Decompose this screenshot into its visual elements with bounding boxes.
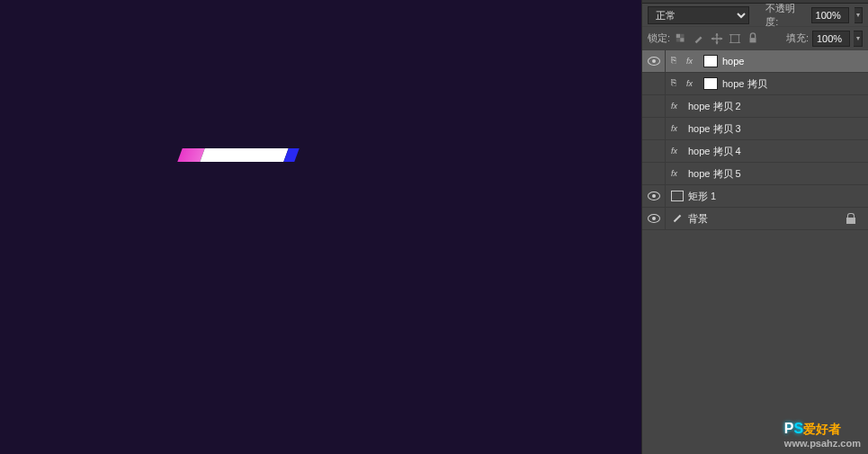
visibility-toggle[interactable] — [642, 118, 666, 139]
layer-name: hope 拷贝 5 — [688, 167, 741, 181]
layer-name: 背景 — [688, 212, 708, 226]
fill-value[interactable]: 100% — [812, 31, 850, 47]
visibility-toggle[interactable] — [642, 73, 666, 94]
lock-fill-row: 锁定: 填充: 100% ▾ — [642, 27, 868, 50]
fill-label: 填充: — [786, 31, 809, 45]
svg-rect-9 — [750, 38, 756, 42]
opacity-value[interactable]: 100% — [811, 7, 849, 23]
visibility-toggle[interactable] — [642, 185, 666, 207]
link-icon: ⎘ — [671, 77, 682, 90]
link-icon: ⎘ — [671, 55, 682, 67]
layers-panel: 正常 不透明度: 100% ▾ 锁定: 填充: 100% ▾ ⎘ hope — [641, 0, 868, 454]
fx-icon — [671, 100, 684, 112]
opacity-label: 不透明度: — [765, 2, 805, 29]
eye-icon — [648, 57, 660, 66]
blend-opacity-row: 正常 不透明度: 100% ▾ — [642, 4, 868, 27]
layer-name: hope — [722, 56, 744, 67]
visibility-toggle[interactable] — [642, 50, 666, 72]
fill-chevron-icon[interactable]: ▾ — [854, 31, 863, 47]
layer-name: hope 拷贝 2 — [688, 100, 741, 113]
opacity-chevron-icon[interactable]: ▾ — [855, 7, 863, 23]
lock-label: 锁定: — [648, 31, 670, 45]
fx-icon — [686, 55, 699, 67]
svg-rect-2 — [680, 33, 684, 37]
visibility-toggle[interactable] — [642, 140, 666, 162]
layer-name: hope 拷贝 — [722, 77, 767, 91]
svg-rect-1 — [680, 38, 684, 41]
visibility-toggle[interactable] — [642, 95, 666, 117]
fx-icon — [671, 122, 684, 135]
eye-icon — [648, 214, 660, 223]
svg-rect-0 — [676, 33, 680, 37]
fx-icon — [686, 77, 699, 90]
mask-thumb — [703, 77, 718, 90]
mask-thumb — [703, 55, 718, 67]
layer-name: hope 拷贝 4 — [688, 145, 741, 158]
shape-icon — [671, 191, 684, 201]
svg-rect-4 — [731, 34, 739, 42]
layer-row[interactable]: hope 拷贝 2 — [642, 95, 868, 118]
blend-mode-select[interactable]: 正常 — [648, 6, 749, 24]
canvas-area[interactable] — [0, 0, 641, 454]
layer-row[interactable]: 矩形 1 — [642, 185, 868, 208]
lock-icon — [846, 213, 855, 224]
canvas-graphic — [177, 148, 299, 162]
lock-artboard-icon[interactable] — [728, 31, 742, 46]
layer-row[interactable]: 背景 — [642, 208, 868, 230]
layer-row[interactable]: ⎘ hope 拷贝 — [642, 73, 868, 95]
fx-icon — [671, 145, 684, 157]
layer-row[interactable]: hope 拷贝 5 — [642, 163, 868, 185]
layer-row[interactable]: hope 拷贝 4 — [642, 140, 868, 163]
layers-list: ⎘ hope ⎘ hope 拷贝 hope 拷贝 2 — [642, 50, 868, 454]
layer-row[interactable]: hope 拷贝 3 — [642, 118, 868, 140]
lock-all-icon[interactable] — [746, 31, 760, 46]
visibility-toggle[interactable] — [642, 208, 666, 229]
layer-name: hope 拷贝 3 — [688, 122, 741, 136]
layer-row[interactable]: ⎘ hope — [642, 50, 868, 73]
lock-position-icon[interactable] — [710, 31, 724, 46]
brush-icon — [671, 212, 684, 225]
layer-name: 矩形 1 — [688, 190, 716, 203]
lock-transparent-icon[interactable] — [674, 31, 688, 46]
eye-icon — [648, 191, 660, 200]
visibility-toggle[interactable] — [642, 163, 666, 184]
fx-icon — [671, 167, 684, 180]
lock-paint-icon[interactable] — [692, 31, 706, 46]
svg-rect-3 — [676, 38, 680, 41]
watermark: PS爱好者 www.psahz.com — [784, 421, 861, 449]
